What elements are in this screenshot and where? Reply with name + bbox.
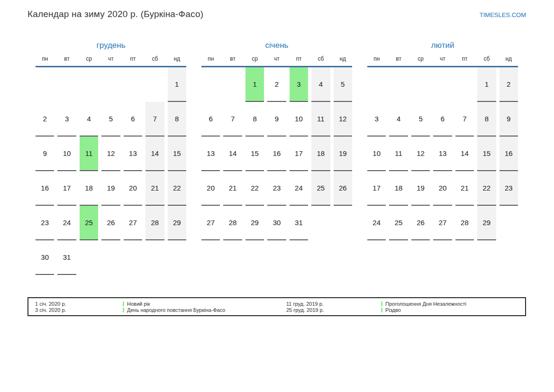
weekend-day-cell: 1 (477, 67, 496, 102)
day-cell: 9 (267, 102, 286, 137)
empty-cell (334, 206, 352, 240)
weekday-header: вт (389, 55, 408, 63)
day-cell: 4 (80, 102, 98, 137)
day-cell: 12 (101, 137, 120, 171)
day-cell: 14 (455, 137, 474, 171)
empty-cell (168, 240, 186, 275)
day-cell: 28 (455, 206, 474, 240)
weekday-header: ср (80, 55, 98, 63)
weekday-header: ср (411, 55, 430, 63)
day-cell: 10 (367, 137, 386, 171)
day-cell: 15 (245, 137, 264, 171)
day-cell: 23 (267, 171, 286, 206)
weekend-day-cell: 23 (500, 171, 518, 206)
day-cell: 29 (245, 206, 264, 240)
day-cell: 18 (389, 171, 408, 206)
weekend-day-cell: 12 (334, 102, 352, 137)
weekend-day-cell: 15 (168, 137, 186, 171)
day-cell: 9 (36, 137, 54, 171)
empty-cell (124, 67, 142, 102)
day-cell: 21 (223, 171, 242, 206)
weekday-header: нд (168, 55, 186, 63)
empty-cell (124, 240, 142, 275)
day-cell: 5 (101, 102, 120, 137)
weekend-day-cell: 14 (145, 137, 164, 171)
empty-cell (367, 67, 386, 102)
day-cell: 24 (367, 206, 386, 240)
day-cell: 20 (201, 171, 220, 206)
empty-cell (311, 206, 330, 240)
day-cell: 3 (57, 102, 76, 137)
legend-entry: 25 груд. 2019 р.Різдво (286, 307, 518, 313)
page-title: Календар на зиму 2020 р. (Буркіна-Фасо) (27, 9, 203, 19)
weekend-day-cell: 18 (311, 137, 330, 171)
holiday-day-cell: 1 (245, 67, 264, 102)
day-cell: 13 (433, 137, 452, 171)
weekend-day-cell: 28 (145, 206, 164, 240)
day-cell: 16 (267, 137, 286, 171)
month-2: січеньпнвтсрчтптсбнд12345678910111213141… (201, 40, 352, 275)
weekend-day-cell: 4 (311, 67, 330, 102)
empty-cell (500, 206, 518, 240)
weekend-day-cell: 29 (168, 206, 186, 240)
calendar-page: Календар на зиму 2020 р. (Буркіна-Фасо) … (0, 0, 554, 392)
day-cell: 20 (124, 171, 142, 206)
month-grid: 1234567891011121314151617181920212223242… (201, 67, 352, 240)
empty-cell (411, 67, 430, 102)
holiday-marker-icon (381, 301, 382, 306)
weekday-header: пт (455, 55, 474, 63)
day-cell: 3 (367, 102, 386, 137)
weekend-day-cell: 22 (477, 171, 496, 206)
weekday-header: нд (334, 55, 352, 63)
legend-column-right: 11 груд. 2019 р.Проголошення Дня Незалеж… (286, 301, 518, 313)
weekend-day-cell: 22 (168, 171, 186, 206)
day-cell: 17 (367, 171, 386, 206)
day-cell: 17 (290, 137, 308, 171)
legend-date: 11 груд. 2019 р. (286, 301, 381, 307)
weekend-day-cell: 1 (168, 67, 186, 102)
holiday-marker-icon (381, 308, 382, 312)
legend-column-left: 1 січ. 2020 р.Новий рік3 січ. 2020 р.Ден… (35, 301, 286, 313)
holiday-marker-icon (123, 301, 124, 306)
day-cell: 26 (101, 206, 120, 240)
day-cell: 21 (455, 171, 474, 206)
empty-cell (80, 240, 98, 275)
weekend-day-cell: 29 (477, 206, 496, 240)
day-cell: 26 (411, 206, 430, 240)
day-cell: 10 (57, 137, 76, 171)
empty-cell (389, 67, 408, 102)
weekday-header: чт (101, 55, 120, 63)
weekday-header: пн (201, 55, 220, 63)
legend-entry: 1 січ. 2020 р.Новий рік (35, 301, 286, 307)
weekday-header-row: пнвтсрчтптсбнд (201, 55, 352, 67)
day-cell: 24 (57, 206, 76, 240)
day-cell: 2 (267, 67, 286, 102)
day-cell: 20 (433, 171, 452, 206)
weekend-day-cell: 25 (311, 171, 330, 206)
weekend-day-cell: 15 (477, 137, 496, 171)
empty-cell (101, 67, 120, 102)
day-cell: 28 (223, 206, 242, 240)
day-cell: 25 (389, 206, 408, 240)
weekday-header-row: пнвтсрчтптсбнд (367, 55, 518, 67)
weekday-header: сб (477, 55, 496, 63)
day-cell: 12 (411, 137, 430, 171)
holiday-legend: 1 січ. 2020 р.Новий рік3 січ. 2020 р.Ден… (27, 297, 526, 316)
empty-cell (433, 67, 452, 102)
month-1: груденьпнвтсрчтптсбнд1234567891011121314… (36, 40, 186, 275)
day-cell: 14 (223, 137, 242, 171)
empty-cell (201, 67, 220, 102)
day-cell: 13 (201, 137, 220, 171)
weekday-header: чт (433, 55, 452, 63)
day-cell: 27 (201, 206, 220, 240)
weekday-header: пт (290, 55, 308, 63)
day-cell: 7 (223, 102, 242, 137)
empty-cell (101, 240, 120, 275)
day-cell: 8 (245, 102, 264, 137)
day-cell: 5 (411, 102, 430, 137)
weekend-day-cell: 8 (168, 102, 186, 137)
month-3: лютийпнвтсрчтптсбнд123456789101112131415… (367, 40, 518, 275)
site-link[interactable]: TIMESLES.COM (480, 11, 526, 18)
weekday-header: пн (36, 55, 54, 63)
day-cell: 17 (57, 171, 76, 206)
